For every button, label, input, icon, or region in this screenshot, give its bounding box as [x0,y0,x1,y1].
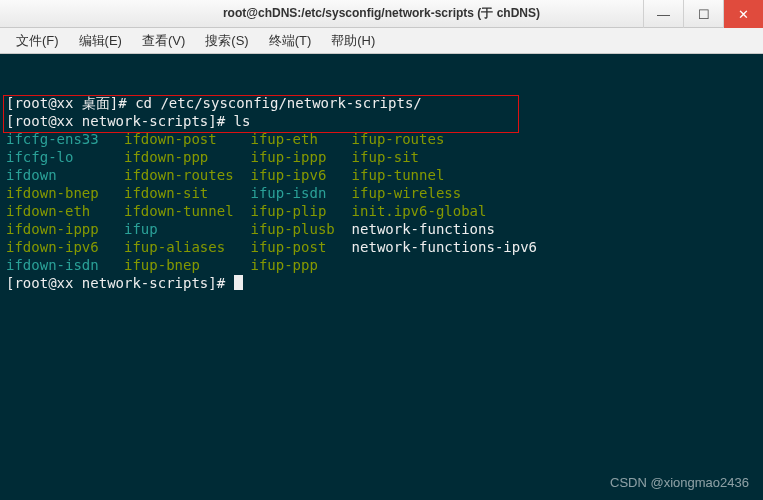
file-entry: ifdown-sit [124,185,250,201]
prompt: [root@xx 桌面]# [6,95,135,111]
window-title: root@chDNS:/etc/sysconfig/network-script… [223,5,540,22]
file-entry: ifcfg-ens33 [6,131,124,147]
file-entry: ifdown-bnep [6,185,124,201]
menu-terminal[interactable]: 终端(T) [259,32,322,50]
menubar: 文件(F) 编辑(E) 查看(V) 搜索(S) 终端(T) 帮助(H) [0,28,763,54]
file-entry: ifup-routes [352,131,445,147]
file-entry: ifcfg-lo [6,149,124,165]
file-entry: ifup-bnep [124,257,250,273]
prompt: [root@xx network-scripts]# [6,113,234,129]
terminal-line: ifcfg-ens33 ifdown-post ifup-eth ifup-ro… [6,130,757,148]
terminal-line: ifdown-bnep ifdown-sit ifup-isdn ifup-wi… [6,184,757,202]
file-entry: ifdown-isdn [6,257,124,273]
file-entry: ifup-aliases [124,239,250,255]
file-entry: ifdown-post [124,131,250,147]
terminal-line: [root@xx 桌面]# cd /etc/sysconfig/network-… [6,94,757,112]
terminal-line: ifcfg-lo ifdown-ppp ifup-ippp ifup-sit [6,148,757,166]
file-entry: ifup-ipv6 [250,167,351,183]
menu-search[interactable]: 搜索(S) [195,32,258,50]
terminal-line: ifdown ifdown-routes ifup-ipv6 ifup-tunn… [6,166,757,184]
terminal-line: ifdown-ippp ifup ifup-plusb network-func… [6,220,757,238]
file-entry: ifup-eth [250,131,351,147]
menu-view[interactable]: 查看(V) [132,32,195,50]
file-entry: ifup-ippp [250,149,351,165]
command: ls [234,113,251,129]
menu-file[interactable]: 文件(F) [6,32,69,50]
file-entry: ifdown-ippp [6,221,124,237]
file-entry: ifdown-eth [6,203,124,219]
file-entry: ifup-isdn [250,185,351,201]
prompt: [root@xx network-scripts]# [6,275,234,291]
terminal-line: ifdown-ipv6 ifup-aliases ifup-post netwo… [6,238,757,256]
maximize-button[interactable]: ☐ [683,0,723,28]
menu-help[interactable]: 帮助(H) [321,32,385,50]
file-entry: ifup [124,221,250,237]
file-entry: ifdown-ppp [124,149,250,165]
titlebar: root@chDNS:/etc/sysconfig/network-script… [0,0,763,28]
minimize-button[interactable]: — [643,0,683,28]
file-entry: ifup-plip [250,203,351,219]
file-entry: ifup-tunnel [352,167,445,183]
close-button[interactable]: ✕ [723,0,763,28]
file-entry: ifup-plusb [250,221,351,237]
window-controls: — ☐ ✕ [643,0,763,28]
cursor [234,275,243,290]
command: cd /etc/sysconfig/network-scripts/ [135,95,422,111]
terminal-line: [root@xx network-scripts]# [6,274,757,292]
file-entry: ifup-wireless [352,185,462,201]
terminal-line: ifdown-eth ifdown-tunnel ifup-plip init.… [6,202,757,220]
terminal-line: ifdown-isdn ifup-bnep ifup-ppp [6,256,757,274]
menu-edit[interactable]: 编辑(E) [69,32,132,50]
watermark: CSDN @xiongmao2436 [610,475,749,490]
file-entry: network-functions [352,221,495,237]
file-entry: ifdown-routes [124,167,250,183]
terminal-line: [root@xx network-scripts]# ls [6,112,757,130]
file-entry: ifup-ppp [250,257,351,273]
file-entry: ifup-post [250,239,351,255]
file-entry: ifdown-tunnel [124,203,250,219]
file-entry: ifup-sit [352,149,419,165]
file-entry: init.ipv6-global [352,203,487,219]
terminal-area[interactable]: [root@xx 桌面]# cd /etc/sysconfig/network-… [0,54,763,296]
file-entry: ifdown-ipv6 [6,239,124,255]
file-entry: ifdown [6,167,124,183]
file-entry: network-functions-ipv6 [352,239,537,255]
